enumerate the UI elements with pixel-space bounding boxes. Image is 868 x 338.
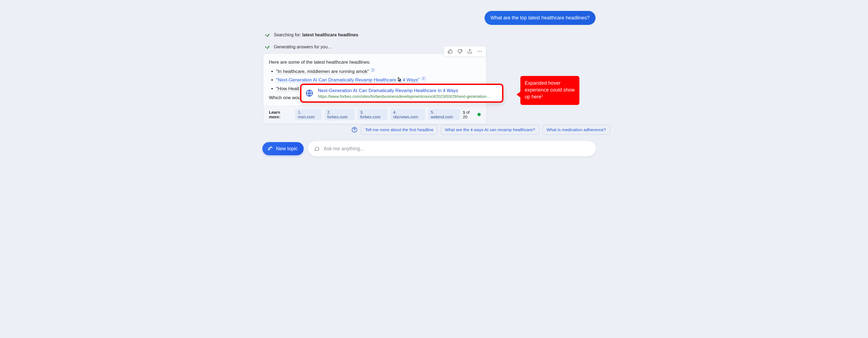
- check-icon: [264, 32, 270, 38]
- counter-total: 20: [463, 115, 467, 119]
- source-chip[interactable]: 2. forbes.com: [324, 109, 354, 120]
- svg-point-1: [479, 51, 480, 52]
- ask-input[interactable]: [323, 146, 590, 152]
- citation-badge[interactable]: 2: [421, 76, 426, 81]
- thumbs-down-icon[interactable]: [457, 49, 463, 54]
- suggestion-chip[interactable]: Tell me more about the first headline: [361, 125, 438, 135]
- status-searching-term: latest healthcare headlines: [302, 32, 358, 37]
- user-message-text: What are the top latest healthcare headl…: [491, 15, 590, 21]
- chat-stage: What are the top latest healthcare headl…: [217, 0, 651, 169]
- counter-sep: of: [465, 110, 470, 115]
- status-searching-prefix: Searching for:: [274, 32, 302, 37]
- svg-point-0: [478, 51, 478, 52]
- feedback-toolbar: [443, 46, 486, 57]
- share-icon[interactable]: [467, 49, 473, 54]
- new-topic-label: New topic: [276, 146, 298, 152]
- headline-link[interactable]: "Next-Generation AI Can Dramatically Rev…: [276, 77, 420, 83]
- suggestion-row: Tell me more about the first headline Wh…: [351, 125, 610, 135]
- suggestion-chip[interactable]: What are the 4 ways AI can revamp health…: [441, 125, 539, 135]
- user-message-bubble: What are the top latest healthcare headl…: [485, 11, 595, 25]
- annotation-callout: Expanded hover experience could show up …: [520, 76, 579, 105]
- response-counter: 1 of 20: [463, 110, 481, 119]
- composer-row: New topic: [262, 141, 596, 156]
- counter-current: 1: [463, 110, 465, 115]
- more-icon[interactable]: [477, 49, 483, 54]
- status-generating-text: Generating answers for you…: [274, 44, 332, 50]
- hover-title: Next-Generation AI Can Dramatically Reva…: [318, 88, 491, 94]
- suggestion-chip[interactable]: What is medication adherence?: [542, 125, 610, 135]
- svg-point-5: [354, 131, 355, 131]
- thumbs-up-icon[interactable]: [447, 49, 453, 54]
- status-searching: Searching for: latest healthcare headlin…: [264, 32, 358, 38]
- answer-intro: Here are some of the latest healthcare h…: [269, 59, 480, 66]
- learn-more-label: Learn more:: [269, 110, 292, 119]
- question-bubble-icon: [351, 126, 358, 133]
- hover-url: https://www.forbes.com/sites/forbesbusin…: [318, 94, 491, 99]
- new-topic-button[interactable]: New topic: [262, 142, 304, 155]
- status-searching-text: Searching for: latest healthcare headlin…: [274, 32, 358, 37]
- status-generating: Generating answers for you…: [264, 44, 332, 50]
- source-chip[interactable]: 4. nbcnews.com: [390, 109, 425, 120]
- callout-sup: 1: [541, 94, 543, 97]
- broom-icon: [267, 146, 273, 152]
- callout-text: Expanded hover experience could show up …: [525, 80, 575, 99]
- answer-bullet: "In healthcare, middlemen are running am…: [276, 68, 480, 75]
- link-hover-preview[interactable]: Next-Generation AI Can Dramatically Reva…: [300, 84, 503, 103]
- ask-box[interactable]: [308, 141, 596, 156]
- learn-more-bar: Learn more: 1. msn.com 2. forbes.com 3. …: [264, 106, 486, 123]
- answer-bullet: "Next-Generation AI Can Dramatically Rev…: [276, 76, 480, 84]
- headline-link[interactable]: "In healthcare, middlemen are running am…: [276, 69, 369, 74]
- citation-badge[interactable]: 1: [371, 68, 375, 72]
- status-dot-icon: [477, 113, 481, 116]
- source-chip[interactable]: 1. msn.com: [295, 109, 322, 120]
- headline-link[interactable]: "How Healt: [276, 86, 299, 92]
- chat-bubble-icon: [314, 146, 320, 152]
- check-icon: [264, 44, 270, 50]
- source-chip[interactable]: 3. forbes.com: [358, 109, 388, 120]
- source-chip[interactable]: 5. webmd.com: [428, 109, 460, 120]
- globe-icon: [305, 89, 313, 97]
- svg-point-2: [481, 51, 482, 52]
